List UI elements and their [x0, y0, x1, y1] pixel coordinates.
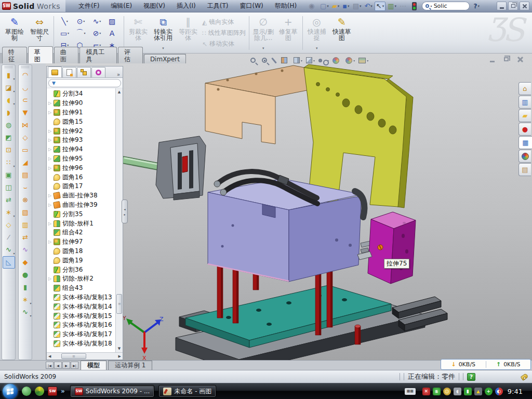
part-core-block-purple[interactable] — [208, 179, 371, 282]
combine-icon[interactable]: ▣ ▾ — [3, 169, 15, 181]
taskbar-window-button[interactable]: SW SolidWorks 2009 - ... — [70, 385, 155, 397]
doc-minimize-button[interactable] — [487, 55, 497, 63]
section-view-icon[interactable]: ▾ — [281, 57, 290, 63]
select-arrow-icon[interactable]: ↖ ▾ — [375, 2, 385, 11]
tree-item[interactable]: ▷ 分割36 — [47, 265, 115, 274]
edit-appearance-icon[interactable]: ▾ — [332, 57, 342, 64]
tree-item[interactable]: ▷ 拉伸91 — [47, 108, 115, 117]
extruded-cut-icon[interactable]: ◪ ▾ — [3, 82, 15, 94]
freeform-icon[interactable]: ∿ ▾ — [19, 244, 32, 256]
reference-point-icon[interactable]: ∗ ▾ — [3, 206, 15, 219]
tree-item[interactable]: ▷ 实体-移动/复制18 — [47, 339, 115, 349]
toolbox-tab[interactable]: ● — [518, 123, 531, 136]
sync-icon[interactable]: ◐ — [495, 388, 503, 395]
move-entities-icon[interactable]: ↖移动实体 — [202, 39, 246, 48]
messenger-icon[interactable] — [22, 387, 31, 396]
options-icon[interactable]: ▥ ▾ — [387, 2, 397, 10]
search-dropdown-icon[interactable]: ▾ — [431, 4, 432, 8]
quick-tips-icon[interactable]: ? — [467, 373, 475, 381]
circle-icon[interactable]: ⊙▾ — [73, 15, 89, 27]
ruled-surface-icon[interactable]: ◢ ▾ — [19, 156, 32, 169]
zoom-area-icon[interactable]: ▾ — [262, 58, 270, 63]
point2-icon[interactable]: ∗ ▾ — [19, 294, 32, 306]
chevron-icon[interactable]: » — [61, 387, 65, 396]
expand-arrow-icon[interactable]: ▷ — [48, 138, 54, 142]
last-tab-button[interactable]: ▶| — [71, 362, 78, 369]
expand-arrow-icon[interactable]: ▷ — [48, 156, 54, 161]
ellipse-icon[interactable]: ⊘▾ — [89, 27, 105, 39]
extruded-boss-icon[interactable]: ▮ ▾ — [3, 69, 15, 82]
scroll-up-icon[interactable]: ▲ — [118, 88, 121, 96]
view-orientation-icon[interactable]: ▾ — [294, 57, 302, 63]
menu-item[interactable]: 文件(F) — [73, 0, 105, 12]
dome-icon[interactable]: ▮ ▾ — [19, 281, 32, 294]
tree-item[interactable]: ▷ 拉伸97 — [47, 237, 115, 247]
arc-icon[interactable]: ⌒▾ — [73, 27, 89, 39]
tree-item[interactable]: ▷ 拉伸94 — [47, 145, 115, 154]
view-palette-tab[interactable]: ▦ — [518, 136, 532, 149]
volume-icon[interactable]: ◖ — [454, 388, 461, 395]
tree-item[interactable]: ▷ 实体-移动/复制16 — [47, 321, 115, 330]
reference-plane-icon[interactable]: ◇ ▾ — [3, 219, 15, 231]
tree-item[interactable]: ▷ 拉伸90 — [47, 99, 115, 108]
restore-button[interactable] — [508, 2, 518, 10]
spline-icon[interactable]: ∿▾ — [89, 15, 105, 27]
expand-arrow-icon[interactable]: ▷ — [48, 101, 54, 105]
offset-surface-icon[interactable]: ◇ ▾ — [19, 131, 32, 144]
lofted-cut-icon[interactable]: ◩ ▾ — [3, 131, 15, 144]
filled-surface-icon[interactable]: ▥ ▾ — [19, 219, 32, 231]
repair-sketch-button[interactable]: + 修复草图 — [276, 14, 301, 52]
taskbar-clock[interactable]: 9:41 — [506, 388, 528, 395]
curve-icon[interactable]: ∿ ▾ — [3, 244, 15, 256]
expand-arrow-icon[interactable]: ▷ — [48, 147, 54, 152]
first-tab-button[interactable]: |◀ — [46, 362, 54, 369]
design-library-tab[interactable]: ▥ — [518, 96, 531, 109]
revolved-surface-icon[interactable]: ◡ ▾ — [19, 82, 32, 94]
custom-properties-tab[interactable]: ▤ — [518, 163, 531, 176]
tree-item[interactable]: ▷ 分割35 — [47, 209, 115, 219]
usb-device-icon[interactable]: ▮ — [464, 388, 472, 395]
tree-item[interactable]: ▷ 曲面-拉伸39 — [47, 201, 115, 210]
tree-item[interactable]: ▷ 实体-移动/复制14 — [47, 302, 115, 311]
print-icon[interactable]: ▤ ▾ — [352, 2, 363, 10]
mirror-entities-icon[interactable]: ◭镜向实体 — [202, 18, 246, 26]
zoom-fit-icon[interactable]: ▾ — [250, 58, 258, 63]
tree-filter-input[interactable]: ▼ — [48, 79, 121, 87]
offset-entities-button[interactable]: ∥ 等距实体 — [176, 14, 201, 52]
health-icon[interactable]: + — [485, 388, 493, 395]
property-manager-tab[interactable] — [62, 67, 76, 77]
rebuild-traffic-light-icon[interactable] — [411, 2, 418, 11]
rotate-view-icon[interactable]: ▾ — [273, 57, 277, 64]
expand-arrow-icon[interactable]: ▷ — [48, 166, 54, 170]
dimxpert-manager-tab[interactable] — [91, 67, 105, 77]
feature-manager-tab[interactable] — [48, 66, 62, 77]
scroll-down-icon[interactable]: ▼ — [118, 345, 121, 352]
menu-item[interactable]: 窗口(W) — [234, 0, 269, 12]
tree-item[interactable]: ▷ 曲面-拉伸38 — [47, 191, 115, 201]
solidworks-quick-icon[interactable]: SW — [48, 387, 57, 396]
quick-snaps-button[interactable]: ◎ 快速捕捉 ▾ — [304, 14, 329, 52]
split-icon[interactable]: ◫ ▾ — [3, 181, 15, 194]
new-file-icon[interactable]: ▢ ▾ — [319, 2, 330, 10]
apply-scene-icon[interactable]: ▾ — [345, 57, 355, 64]
expand-arrow-icon[interactable]: ▷ — [48, 221, 54, 226]
extruded-surface-icon[interactable]: ▧ ▾ — [19, 206, 32, 219]
tree-horizontal-scrollbar[interactable]: ◀ ≡ ▶ — [47, 352, 123, 360]
expand-arrow-icon[interactable]: ▷ — [48, 240, 54, 244]
part-clamp-gray[interactable] — [156, 136, 206, 200]
reference-axis-icon[interactable]: ⁄ ▾ — [3, 231, 15, 244]
expand-arrow-icon[interactable]: ▷ — [48, 129, 54, 134]
save-icon[interactable]: ▪ ▾ — [341, 2, 350, 10]
revolved-boss-icon[interactable]: ◍ ▾ — [3, 119, 15, 131]
menu-item[interactable]: 插入(I) — [171, 0, 202, 12]
rapid-sketch-button[interactable]: ✎ 快速草图 — [329, 14, 354, 52]
shield-icon[interactable]: s — [433, 388, 441, 395]
prev-tab-button[interactable]: ◀ — [54, 362, 62, 369]
tree-item[interactable]: ▷ 组合43 — [47, 284, 115, 293]
tree-item[interactable]: ▷ 实体-移动/复制15 — [47, 311, 115, 321]
thicken-icon[interactable]: ▤ ▾ — [19, 169, 32, 181]
command-tab[interactable]: 模具工具 — [79, 47, 117, 63]
fillet-icon[interactable]: ◖ ▾ — [3, 94, 15, 107]
display-delete-relations-button[interactable]: ∅ 显示/删除几... ▾ — [251, 14, 276, 52]
tree-item[interactable]: ▷ 实体-移动/复制17 — [47, 330, 115, 339]
